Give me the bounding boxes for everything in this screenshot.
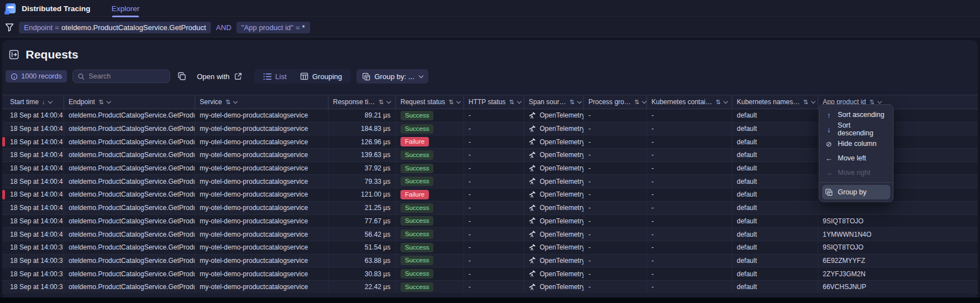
sort-icon[interactable]: ⇅ bbox=[634, 99, 639, 106]
sort-icon[interactable]: ⇅ bbox=[225, 99, 230, 106]
column-header-kubernetes-contai[interactable]: Kubernetes contai…⇅ bbox=[646, 95, 732, 109]
cell-response-time: 63.88 µs bbox=[328, 255, 395, 267]
status-badge: Success bbox=[400, 229, 433, 239]
bottom-bar bbox=[0, 297, 980, 303]
column-menu-chevron-icon[interactable] bbox=[456, 99, 461, 103]
column-menu-chevron-icon[interactable] bbox=[106, 99, 110, 103]
menu-item-group-by[interactable]: Group by bbox=[822, 185, 890, 199]
table-row[interactable]: 18 Sep at 14:00:3oteldemo.ProductCatalog… bbox=[2, 267, 978, 281]
column-menu-chevron-icon[interactable] bbox=[48, 99, 52, 103]
view-list-label: List bbox=[276, 72, 287, 81]
column-menu-chevron-icon[interactable] bbox=[723, 99, 728, 103]
cell-http-status: - bbox=[464, 109, 524, 122]
cell-service: my-otel-demo-productcatalogservice bbox=[195, 109, 328, 122]
status-badge: Success bbox=[400, 177, 433, 186]
sort-icon[interactable]: ↓ bbox=[42, 99, 45, 105]
app-logo-icon[interactable] bbox=[6, 3, 16, 13]
column-menu-chevron-icon[interactable] bbox=[577, 99, 582, 103]
status-badge: Success bbox=[400, 150, 433, 160]
column-header-process-gro[interactable]: Process gro…⇅ bbox=[583, 95, 646, 109]
sort-icon[interactable]: ⇅ bbox=[569, 99, 575, 106]
cell-request-status: Success bbox=[395, 215, 464, 228]
cell-span-source: OpenTelemetry bbox=[524, 215, 583, 228]
menu-item-hide-column[interactable]: ⊘Hide column bbox=[819, 136, 893, 151]
filter-pill-endpoint[interactable]: Endpoint=oteldemo.ProductCatalogService.… bbox=[19, 22, 211, 33]
column-header-kubernetes-names[interactable]: Kubernetes names…⇅ bbox=[732, 95, 818, 109]
menu-item-move-right: →Move right bbox=[819, 165, 893, 180]
view-list-button[interactable]: List bbox=[257, 69, 293, 84]
column-label: Request status bbox=[400, 98, 445, 106]
sort-descending-icon: ↓ bbox=[825, 125, 833, 134]
cell-endpoint: oteldemo.ProductCatalogService.GetProduc… bbox=[64, 175, 195, 188]
telescope-icon bbox=[529, 244, 536, 251]
telescope-icon bbox=[529, 152, 536, 159]
cell-request-status: Success bbox=[395, 123, 464, 135]
menu-item-move-left[interactable]: ←Move left bbox=[819, 151, 893, 165]
cell-kubernetes-container: - bbox=[646, 215, 732, 228]
cell-response-time: 184.83 µs bbox=[328, 123, 395, 135]
records-count-badge[interactable]: 1000 records bbox=[6, 70, 67, 82]
menu-item-sort-ascending[interactable]: ↑Sort ascending bbox=[819, 107, 893, 122]
column-label: Kubernetes contai… bbox=[651, 98, 712, 106]
sort-icon[interactable]: ⇅ bbox=[98, 99, 103, 106]
cell-app-product-id: 2ZYFJ3GM2N bbox=[818, 267, 978, 280]
table-row[interactable]: 18 Sep at 14:00:3oteldemo.ProductCatalog… bbox=[2, 281, 978, 294]
sort-icon[interactable]: ⇅ bbox=[448, 99, 453, 106]
open-with-button[interactable]: Open with bbox=[197, 72, 242, 81]
cell-span-source: OpenTelemetry bbox=[524, 135, 583, 148]
cell-http-status: - bbox=[464, 228, 524, 241]
telescope-icon bbox=[529, 270, 536, 277]
cell-start-time: 18 Sep at 14:00:4 bbox=[2, 215, 64, 228]
cell-span-source: OpenTelemetry bbox=[524, 162, 583, 175]
cell-app-product-id: 9SIQT8TOJO bbox=[818, 215, 978, 228]
column-header-request-status[interactable]: Request status⇅ bbox=[395, 95, 464, 109]
column-menu-chevron-icon[interactable] bbox=[386, 99, 390, 103]
column-header-http-status[interactable]: HTTP status⇅ bbox=[464, 95, 524, 109]
cell-endpoint: oteldemo.ProductCatalogService.GetProduc… bbox=[64, 123, 195, 135]
table-row[interactable]: 18 Sep at 14:00:4oteldemo.ProductCatalog… bbox=[2, 202, 978, 215]
column-header-service[interactable]: Service⇅ bbox=[195, 95, 328, 109]
group-by-button[interactable]: Group by: ... bbox=[356, 69, 428, 84]
table-row[interactable]: 18 Sep at 14:00:4oteldemo.ProductCatalog… bbox=[2, 215, 978, 228]
cell-kubernetes-container: - bbox=[646, 175, 732, 188]
cell-request-status: Failure bbox=[395, 135, 464, 148]
cell-service: my-otel-demo-productcatalogservice bbox=[195, 255, 328, 267]
column-menu-chevron-icon[interactable] bbox=[516, 99, 521, 103]
cell-kubernetes-container: - bbox=[646, 109, 732, 122]
column-menu-chevron-icon[interactable] bbox=[642, 99, 646, 103]
telescope-icon bbox=[529, 204, 536, 212]
column-menu-chevron-icon[interactable] bbox=[811, 99, 815, 103]
cell-request-status: Success bbox=[395, 149, 464, 162]
app-title: Distributed Tracing bbox=[22, 4, 90, 13]
cell-request-status: Success bbox=[395, 255, 464, 267]
tab-explorer[interactable]: Explorer bbox=[112, 0, 139, 17]
column-header-start-time[interactable]: Start time↓ bbox=[2, 95, 64, 109]
copy-icon[interactable] bbox=[177, 72, 186, 81]
cell-service: my-otel-demo-productcatalogservice bbox=[195, 123, 328, 135]
column-header-endpoint[interactable]: Endpoint⇅ bbox=[64, 95, 195, 109]
requests-section-icon bbox=[9, 50, 19, 60]
sort-icon[interactable]: ⇅ bbox=[378, 99, 383, 106]
cell-start-time: 18 Sep at 14:00:3 bbox=[2, 255, 64, 267]
table-row[interactable]: 18 Sep at 14:00:4oteldemo.ProductCatalog… bbox=[2, 228, 978, 241]
view-grouping-button[interactable]: Grouping bbox=[293, 69, 349, 84]
sort-icon[interactable]: ⇅ bbox=[803, 99, 808, 106]
cell-span-source: OpenTelemetry bbox=[524, 281, 583, 294]
column-header-span-sour[interactable]: Span sour…⇅ bbox=[524, 95, 583, 109]
sort-icon[interactable]: ⇅ bbox=[509, 99, 514, 106]
cell-http-status: - bbox=[464, 123, 524, 135]
menu-item-sort-descending[interactable]: ↓Sort descending bbox=[819, 122, 893, 136]
cell-endpoint: oteldemo.ProductCatalogService.GetProduc… bbox=[64, 281, 195, 294]
table-row[interactable]: 18 Sep at 14:00:3oteldemo.ProductCatalog… bbox=[2, 255, 978, 268]
span-source-label: OpenTelemetry bbox=[540, 243, 583, 251]
sort-icon[interactable]: ⇅ bbox=[716, 99, 721, 106]
group-by-label: Group by: ... bbox=[374, 72, 414, 81]
filter-pill-app-product-id[interactable]: "App product id"=* bbox=[236, 22, 310, 33]
table-row[interactable]: 18 Sep at 14:00:3oteldemo.ProductCatalog… bbox=[2, 241, 978, 255]
search-input[interactable] bbox=[89, 72, 178, 80]
column-header-response-ti[interactable]: Response ti…⇅ bbox=[328, 95, 395, 109]
cell-process-group: - bbox=[583, 123, 646, 135]
cell-service: my-otel-demo-productcatalogservice bbox=[195, 267, 328, 280]
column-menu-chevron-icon[interactable] bbox=[233, 99, 238, 103]
column-menu-chevron-icon[interactable] bbox=[877, 99, 881, 103]
